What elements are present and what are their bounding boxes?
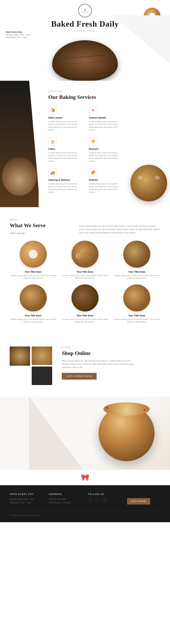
- cakes-name: Cakes: [48, 148, 81, 150]
- services-col-right: 🍬 Custom Sweets Curabitur aliquet quam i…: [89, 106, 122, 200]
- hero-section: · · · · ·· · · · ·· · · · · ⚜ BAKERY Bak…: [0, 0, 170, 81]
- services-col-left: 🍞 Daily Loaves Curabitur aliquet quam id…: [48, 106, 81, 200]
- footer-hours-label: Open Every Day: [10, 493, 43, 495]
- shop-img-3: [32, 366, 52, 385]
- product-card-baguette: Your Title Goes Curabitur aliquet quam i…: [61, 241, 108, 280]
- triangle-bg-decoration: [29, 396, 83, 470]
- custom-sweets-icon: 🍬: [89, 106, 97, 114]
- service-item-desserts: 🍮 Desserts Curabitur aliquet quam id dui…: [89, 137, 122, 163]
- social-instagram[interactable]: o: [102, 498, 107, 502]
- shop-order-button[interactable]: SHOP & ORDER ONLINE: [62, 373, 97, 380]
- footer-social-col: Follow Us f t o: [88, 493, 121, 504]
- product-name-bagels: Your Title Goes: [10, 270, 57, 273]
- product-card-bagels: Your Title Goes Curabitur aliquet quam i…: [10, 241, 57, 280]
- hours-line2: Wednesday, Tue — 4pm: [6, 36, 30, 38]
- product-card-bread-roll: Your Title Goes Curabitur aliquet quam i…: [113, 284, 160, 323]
- footer-copyright: © 2024 Bakery. All rights reserved.: [10, 514, 39, 516]
- daily-loaves-name: Daily Loaves: [48, 116, 81, 119]
- hero-title: Baked Fresh Daily: [51, 19, 119, 28]
- serve-right: Mauris blandit aliquet elit, eget tincid…: [79, 224, 160, 234]
- product-desc-bread-roll: Curabitur aliquet quam id dui posuere bl…: [113, 318, 160, 323]
- services-section: SERVICES Our Baking Services 🍞 Daily Loa…: [0, 81, 170, 207]
- desserts-desc: Curabitur aliquet quam id dui posuere bl…: [89, 152, 122, 163]
- product-card-pretzel: Your Title Goes Curabitur aliquet quam i…: [10, 284, 57, 323]
- footer-hours-line2: Wednesday, Tue — 4pm: [10, 501, 43, 504]
- hours-label: Open Every Day: [6, 31, 30, 33]
- product-desc-bagels: Curabitur aliquet quam id dui posuere bl…: [10, 274, 57, 280]
- product-desc-baguette: Curabitur aliquet quam id dui posuere bl…: [61, 274, 108, 280]
- shop-section: STORE Shop Online Mauris blandit aliquet…: [0, 335, 170, 396]
- shop-online-link[interactable]: Shop Online: [10, 232, 25, 234]
- bow-decoration: 🎀: [81, 474, 90, 482]
- hero-triangle-bg: [112, 16, 170, 64]
- custom-sweets-name: Custom Sweets: [89, 116, 122, 119]
- shop-content: STORE Shop Online Mauris blandit aliquet…: [62, 346, 160, 380]
- custom-sweets-desc: Curabitur aliquet quam id dui posuere bl…: [89, 120, 122, 132]
- pastries-icon: 🥐: [89, 168, 97, 177]
- footer-address-col: Address 1234 Elm St, #1000 San Francisco…: [49, 493, 82, 504]
- services-left-image: [0, 81, 39, 207]
- shop-title: Shop Online: [62, 350, 160, 356]
- serve-header: MENU What We Serve Shop Online → Mauris …: [10, 219, 160, 235]
- diagonal-overlay: [29, 81, 39, 192]
- social-icons: f t o: [88, 498, 121, 502]
- dots-decoration: · · · · ·· · · · ·· · · · ·: [137, 3, 151, 8]
- footer-shop-col: SHOP ONLINE: [127, 493, 160, 504]
- cakes-desc: Curabitur aliquet quam id dui posuere bl…: [48, 152, 81, 163]
- footer-hours-col: Open Every Day Monday-Friday: 6am — 1pm …: [10, 493, 43, 504]
- service-item-pastries: 🥐 Pastries Curabitur aliquet quam id dui…: [89, 168, 122, 194]
- serve-desc: Mauris blandit aliquet elit, eget tincid…: [79, 224, 160, 234]
- serve-title: What We Serve: [10, 222, 46, 228]
- shop-img-1: [10, 346, 30, 366]
- hours-info: Open Every Day Monday-Friday: 6am — 1pm …: [6, 31, 30, 38]
- footer-bottom: © 2024 Bakery. All rights reserved.: [10, 510, 160, 516]
- logo-text: BAKERY: [81, 12, 89, 13]
- product-name-cookies: Your Title Goes: [113, 270, 160, 273]
- serve-label: MENU: [10, 219, 46, 221]
- footer: Open Every Day Monday-Friday: 6am — 1pm …: [0, 485, 170, 522]
- products-grid: Your Title Goes Curabitur aliquet quam i…: [10, 241, 160, 323]
- serve-section: MENU What We Serve Shop Online → Mauris …: [0, 207, 170, 335]
- footer-follow-label: Follow Us: [88, 493, 121, 495]
- services-title: Our Baking Services: [48, 94, 122, 100]
- service-item-cakes: 🎂 Cakes Curabitur aliquet quam id dui po…: [48, 137, 81, 163]
- product-img-bagels: [20, 241, 47, 268]
- desserts-name: Desserts: [89, 148, 122, 150]
- product-desc-cookies: Curabitur aliquet quam id dui posuere bl…: [113, 274, 160, 280]
- services-content: SERVICES Our Baking Services 🍞 Daily Loa…: [39, 81, 128, 207]
- hours-line1: Monday-Friday: 6am — 1pm: [6, 34, 30, 36]
- ribbon-section: 🎀: [0, 470, 170, 485]
- desserts-icon: 🍮: [89, 137, 97, 146]
- footer-shop-button[interactable]: SHOP ONLINE: [127, 498, 150, 504]
- product-desc-choc-cookie: Curabitur aliquet quam id dui posuere bl…: [61, 318, 108, 323]
- footer-address-line1: 1234 Elm St, #1000: [49, 498, 82, 501]
- social-twitter[interactable]: t: [95, 498, 100, 502]
- catering-icon: 🚚: [48, 168, 57, 177]
- social-facebook[interactable]: f: [88, 498, 93, 502]
- catering-desc: Curabitur aliquet quam id dui posuere bl…: [48, 182, 81, 194]
- serve-left: MENU What We Serve Shop Online →: [10, 219, 46, 235]
- product-card-choc-cookie: Your Title Goes Curabitur aliquet quam i…: [61, 284, 108, 323]
- product-img-pretzel: [20, 284, 47, 312]
- product-img-baguette: [71, 241, 99, 268]
- service-item-catering: 🚚 Catering & Delivery Curabitur aliquet …: [48, 168, 81, 194]
- catering-name: Catering & Delivery: [48, 179, 81, 181]
- daily-loaves-desc: Curabitur aliquet quam id dui posuere bl…: [48, 120, 81, 132]
- product-name-baguette: Your Title Goes: [61, 270, 108, 273]
- daily-loaves-icon: 🍞: [48, 106, 57, 114]
- shop-images-grid: [10, 346, 52, 385]
- product-card-cookies: Your Title Goes Curabitur aliquet quam i…: [113, 241, 160, 280]
- muffin-dots: · · · ·· · · ·· · · ·: [12, 445, 21, 454]
- product-img-choc-cookie: [71, 284, 99, 312]
- footer-grid: Open Every Day Monday-Friday: 6am — 1pm …: [10, 493, 160, 504]
- pastries-desc: Curabitur aliquet quam id dui posuere bl…: [89, 182, 122, 194]
- product-name-choc-cookie: Your Title Goes: [61, 314, 108, 317]
- services-label: SERVICES: [48, 90, 122, 92]
- product-img-cookies: [123, 241, 150, 268]
- hero-subtitle: SINCE 1986: [74, 30, 96, 32]
- footer-address-label: Address: [49, 493, 82, 495]
- shop-label: STORE: [62, 346, 160, 348]
- pastries-name: Pastries: [89, 179, 122, 181]
- product-desc-pretzel: Curabitur aliquet quam id dui posuere bl…: [10, 318, 57, 323]
- cakes-icon: 🎂: [48, 137, 57, 146]
